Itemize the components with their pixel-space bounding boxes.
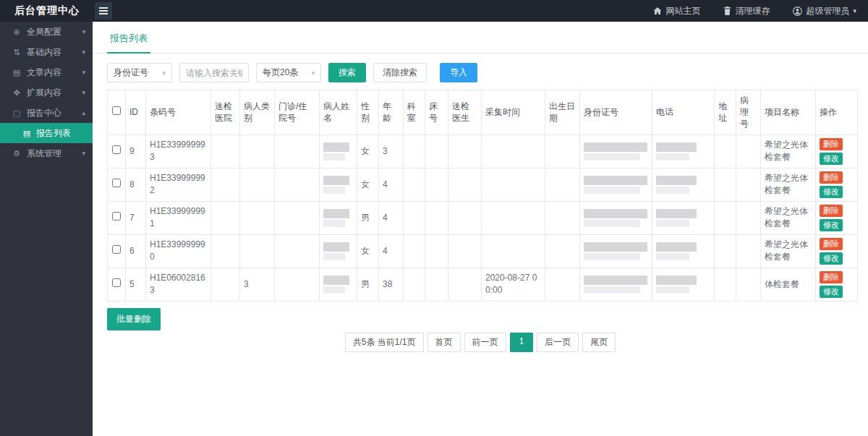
pagination: 共5条 当前1/1页 首页 前一页 1 后一页 尾页 bbox=[93, 333, 868, 352]
cell-patient-type bbox=[240, 168, 275, 201]
table-row: 9 H1E339999993 女 3 bbox=[108, 134, 858, 168]
main-content: 报告列表 身份证号 ▾ 每页20条 ▾ 搜索 清除搜索 导入 ID 条码号 bbox=[93, 22, 868, 436]
cell-id: 9 bbox=[126, 134, 146, 168]
col-outpatient-no: 门诊/住院号 bbox=[275, 90, 320, 135]
select-all-checkbox[interactable] bbox=[112, 106, 121, 115]
table-row: 5 H1E060028163 3 男 38 2020-08-27 00:00 bbox=[108, 268, 858, 301]
edit-button[interactable]: 修改 bbox=[820, 219, 843, 231]
col-age: 年龄 bbox=[379, 90, 404, 135]
cell-patient-name bbox=[320, 268, 357, 301]
cell-outpatient-no bbox=[275, 268, 320, 301]
cell-department bbox=[404, 268, 425, 301]
cell-id: 6 bbox=[126, 234, 146, 268]
delete-button[interactable]: 删除 bbox=[820, 205, 843, 217]
row-checkbox[interactable] bbox=[112, 278, 121, 287]
cell-pathology-no bbox=[736, 134, 761, 168]
cell-patient-type bbox=[240, 201, 275, 234]
cell-barcode: H1E339999993 bbox=[146, 134, 211, 168]
cell-id: 5 bbox=[126, 268, 146, 301]
cell-project-name: 希望之光体检套餐 bbox=[761, 234, 816, 268]
cell-age: 4 bbox=[379, 234, 404, 268]
doc-icon: ▤ bbox=[22, 129, 32, 138]
expand-icon: ✥ bbox=[12, 88, 22, 98]
pagination-next[interactable]: 后一页 bbox=[537, 333, 579, 352]
row-checkbox[interactable] bbox=[112, 212, 121, 221]
cell-doctor bbox=[448, 268, 482, 301]
cell-birth-date bbox=[545, 134, 580, 168]
cell-address bbox=[715, 201, 736, 234]
col-patient-type: 病人类别 bbox=[240, 90, 275, 135]
sidebar-item-report-list[interactable]: ▤ 报告列表 bbox=[0, 123, 93, 143]
row-checkbox[interactable] bbox=[112, 179, 121, 187]
cell-barcode: H1E339999990 bbox=[146, 234, 211, 268]
gear-icon: ⚙ bbox=[12, 149, 22, 158]
sidebar-item-report-center[interactable]: ▢ 报告中心 ▴ bbox=[0, 103, 93, 123]
sidebar-item-extended-content[interactable]: ✥ 扩展内容 ▾ bbox=[0, 82, 93, 103]
sidebar: ⊕ 全局配置 ▾ ⇅ 基础内容 ▾ ▤ 文章内容 ▾ ✥ 扩展内容 ▾ ▢ 报告… bbox=[0, 22, 93, 436]
redacted-name bbox=[323, 275, 353, 294]
sidebar-item-global-config[interactable]: ⊕ 全局配置 ▾ bbox=[0, 22, 93, 42]
cell-pathology-no bbox=[736, 168, 761, 201]
cell-patient-name bbox=[320, 234, 357, 268]
hamburger-icon bbox=[99, 7, 108, 9]
delete-button[interactable]: 删除 bbox=[820, 138, 843, 150]
table-row: 8 H1E339999992 女 4 bbox=[108, 168, 858, 201]
chevron-down-icon: ▾ bbox=[82, 69, 85, 76]
nav-user-menu[interactable]: 超级管理员 ▾ bbox=[781, 0, 868, 22]
delete-button[interactable]: 删除 bbox=[820, 238, 843, 250]
cell-department bbox=[404, 234, 425, 268]
delete-button[interactable]: 删除 bbox=[820, 271, 843, 283]
sidebar-toggle-button[interactable] bbox=[95, 2, 112, 20]
col-patient-name: 病人姓名 bbox=[320, 90, 357, 135]
cell-project-name: 希望之光体检套餐 bbox=[761, 134, 816, 168]
cell-gender: 女 bbox=[357, 134, 379, 168]
tab-report-list[interactable]: 报告列表 bbox=[107, 22, 150, 54]
sidebar-item-system-management[interactable]: ⚙ 系统管理 ▾ bbox=[0, 143, 93, 163]
edit-button[interactable]: 修改 bbox=[820, 286, 843, 298]
cell-doctor bbox=[448, 168, 482, 201]
clear-search-button[interactable]: 清除搜索 bbox=[373, 63, 427, 82]
cell-address bbox=[715, 134, 736, 168]
delete-button[interactable]: 删除 bbox=[820, 171, 843, 184]
pagination-last[interactable]: 尾页 bbox=[582, 333, 616, 352]
col-doctor: 送检医生 bbox=[448, 90, 482, 135]
cell-phone bbox=[652, 201, 715, 234]
pagination-current-page[interactable]: 1 bbox=[510, 333, 534, 352]
import-button[interactable]: 导入 bbox=[440, 63, 477, 82]
pagination-prev[interactable]: 前一页 bbox=[464, 333, 506, 352]
cell-bed-no bbox=[425, 168, 448, 201]
sidebar-item-article-content[interactable]: ▤ 文章内容 ▾ bbox=[0, 62, 93, 82]
redacted-name bbox=[323, 242, 353, 260]
cell-outpatient-no bbox=[275, 201, 320, 234]
pagination-first[interactable]: 首页 bbox=[427, 333, 461, 352]
cell-doctor bbox=[448, 134, 482, 168]
row-checkbox[interactable] bbox=[112, 145, 121, 154]
row-checkbox[interactable] bbox=[112, 245, 121, 254]
redacted-phone bbox=[656, 242, 710, 260]
search-input[interactable] bbox=[179, 63, 249, 82]
col-id: ID bbox=[126, 90, 146, 135]
cell-gender: 女 bbox=[357, 168, 379, 201]
sidebar-item-basic-content[interactable]: ⇅ 基础内容 ▾ bbox=[0, 42, 93, 62]
nav-clear-cache[interactable]: 清理缓存 bbox=[712, 0, 781, 22]
chevron-down-icon: ▾ bbox=[82, 150, 85, 157]
cell-pathology-no bbox=[736, 268, 761, 301]
edit-button[interactable]: 修改 bbox=[820, 252, 843, 265]
cell-phone bbox=[652, 234, 715, 268]
col-hospital: 送检医院 bbox=[211, 90, 240, 135]
cell-phone bbox=[652, 268, 715, 301]
edit-button[interactable]: 修改 bbox=[820, 153, 843, 165]
search-button[interactable]: 搜索 bbox=[328, 63, 366, 82]
bulk-delete-button[interactable]: 批量删除 bbox=[107, 308, 161, 330]
cell-birth-date bbox=[545, 201, 580, 234]
search-field-select[interactable]: 身份证号 ▾ bbox=[107, 63, 172, 82]
redacted-name bbox=[323, 209, 353, 227]
edit-button[interactable]: 修改 bbox=[820, 186, 843, 198]
report-table: ID 条码号 送检医院 病人类别 门诊/住院号 病人姓名 性别 年龄 科室 床号… bbox=[107, 90, 858, 302]
cell-outpatient-no bbox=[275, 234, 320, 268]
chevron-down-icon: ▾ bbox=[162, 69, 166, 77]
page-size-select[interactable]: 每页20条 ▾ bbox=[256, 63, 321, 82]
nav-site-home[interactable]: 网站主页 bbox=[642, 0, 712, 22]
cell-hospital bbox=[211, 234, 240, 268]
col-project-name: 项目名称 bbox=[761, 90, 816, 135]
